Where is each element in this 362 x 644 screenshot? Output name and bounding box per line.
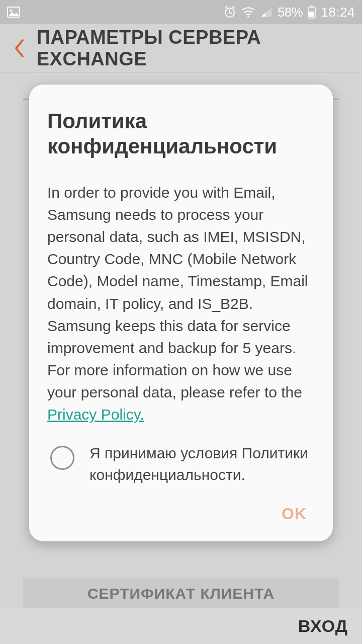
picture-icon xyxy=(7,7,20,18)
ok-button[interactable]: OK xyxy=(277,501,312,527)
modal-overlay: Политика конфиденциальности In order to … xyxy=(0,24,362,608)
battery-icon xyxy=(308,6,316,19)
svg-point-3 xyxy=(247,16,249,18)
clock-text: 18:24 xyxy=(321,5,355,20)
dialog-body-text: In order to provide you with Email, Sams… xyxy=(47,184,308,400)
status-right: 58% 18:24 xyxy=(223,5,355,20)
dialog-actions: OK xyxy=(47,501,315,527)
battery-percent-text: 58% xyxy=(278,5,303,20)
android-status-bar: 58% 18:24 xyxy=(0,0,362,24)
alarm-icon xyxy=(223,6,236,19)
privacy-dialog: Политика конфиденциальности In order to … xyxy=(29,85,333,541)
dialog-title: Политика конфиденциальности xyxy=(47,109,315,158)
signal-icon xyxy=(260,7,273,18)
dialog-body: In order to provide you with Email, Sams… xyxy=(47,182,315,426)
svg-rect-5 xyxy=(310,6,313,8)
status-left xyxy=(7,7,20,18)
privacy-policy-link[interactable]: Privacy Policy. xyxy=(47,406,144,423)
svg-point-1 xyxy=(10,10,12,12)
accept-row[interactable]: Я принимаю условия Политики конфиденциал… xyxy=(47,443,315,486)
wifi-icon xyxy=(241,7,255,18)
accept-radio[interactable] xyxy=(50,446,74,470)
svg-rect-6 xyxy=(309,12,314,17)
bottom-bar: ВХОД xyxy=(0,608,362,644)
login-button[interactable]: ВХОД xyxy=(298,616,348,636)
accept-text: Я принимаю условия Политики конфиденциал… xyxy=(89,443,315,486)
